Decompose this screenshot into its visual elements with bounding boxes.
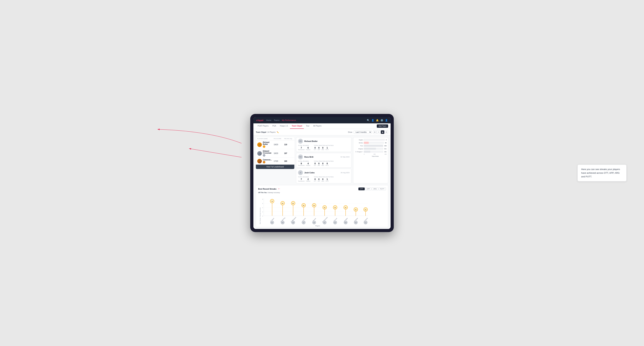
tournament-label: Tournament bbox=[298, 149, 304, 150]
bar-value-pars: 499 bbox=[384, 145, 386, 147]
putt-label: PUTT bbox=[326, 149, 329, 150]
settings-icon[interactable]: ⚙️ bbox=[380, 119, 383, 122]
tab-team-clippd[interactable]: Team Clippd bbox=[290, 123, 304, 129]
card-avatar: JC bbox=[298, 170, 303, 175]
bell-icon[interactable]: 🔔 bbox=[376, 119, 379, 122]
svg-text:RB: RB bbox=[355, 222, 357, 223]
practice-activities-group: Total Practice Activities 0 OTT 0 APP bbox=[314, 145, 334, 150]
edit-icon[interactable]: ✏️ bbox=[277, 131, 279, 133]
tournament-val: 7 bbox=[301, 178, 302, 180]
svg-text:5x: 5x bbox=[314, 205, 315, 206]
practice-val: 6 bbox=[308, 147, 309, 149]
tournament-label: Tournament bbox=[298, 180, 304, 182]
app-val: 0 bbox=[318, 147, 320, 149]
practice-activities-group: Total Practice Activities 0 OTT 0 APP bbox=[314, 176, 334, 182]
card-header: RB Rees Britt 02 Sep 2023 bbox=[298, 155, 350, 159]
table-row[interactable]: CM Cameron... 3 17/20 103 bbox=[256, 158, 294, 165]
search-icon[interactable]: 🔍 bbox=[367, 119, 370, 122]
app-val: 0 bbox=[318, 162, 320, 165]
player-card[interactable]: JC Josh Coles 26 Aug 2023 Total Rounds 7 bbox=[296, 169, 352, 183]
bar-fill bbox=[364, 151, 370, 153]
bar-track bbox=[364, 151, 383, 153]
filter-putt-btn[interactable]: PUTT bbox=[379, 187, 386, 190]
period-select[interactable]: Last 3 months Last 6 months Last 12 mont… bbox=[354, 131, 372, 134]
tab-pgat-players[interactable]: PGAT Players bbox=[256, 123, 270, 129]
pb-avg: 110 bbox=[284, 144, 293, 146]
filter-arg-btn[interactable]: ARG bbox=[372, 187, 378, 190]
bar-axis: 0 200 400 bbox=[355, 154, 386, 155]
rounds-sub-row: 7 Tournament 6 Practice bbox=[298, 147, 310, 150]
card-date: 26 Aug 2023 bbox=[340, 172, 350, 173]
svg-text:3x: 3x bbox=[355, 209, 357, 211]
putt-col: 1 PUTT bbox=[326, 178, 329, 182]
svg-text:4: 4 bbox=[262, 207, 263, 208]
activities-sub-row: 0 OTT 0 APP 0 ARG bbox=[314, 178, 334, 182]
list-view-btn[interactable]: ≡ bbox=[377, 130, 380, 134]
rounds-sub-row: 8 Tournament 4 Practice bbox=[298, 162, 310, 166]
nav-teams[interactable]: Teams bbox=[274, 119, 280, 122]
player-card[interactable]: RB Rees Britt 02 Sep 2023 Total Rounds 8 bbox=[296, 153, 352, 168]
putt-col: 0 PUTT bbox=[326, 162, 329, 166]
player-name: Cameron... bbox=[263, 159, 272, 161]
view-leaderboard-button[interactable]: View Full Leaderboard bbox=[256, 165, 294, 169]
total-rounds-group: Total Rounds 7 Tournament 2 Practice bbox=[298, 176, 310, 182]
player-card[interactable]: RB Richard Butler Total Rounds 7 Tournam… bbox=[296, 137, 352, 152]
filter-ott-btn[interactable]: OTT bbox=[358, 187, 365, 190]
tablet-frame: clippd Home Teams My Performance 🔍 👤 🔔 ⚙… bbox=[250, 114, 394, 232]
player-name: Richard Butler bbox=[263, 141, 274, 145]
practice-col: 4 Practice bbox=[306, 162, 310, 166]
nav-my-performance[interactable]: My Performance bbox=[282, 119, 296, 122]
tab-hcaps[interactable]: Hcaps 1-5 bbox=[278, 123, 290, 129]
table-view-btn[interactable]: ⊟ bbox=[385, 130, 388, 134]
table-row[interactable]: RB Richard Butler 1 19/20 110 bbox=[256, 140, 294, 149]
tab-pga[interactable]: PGA bbox=[270, 123, 278, 129]
tournament-col: 8 Tournament bbox=[298, 162, 304, 166]
add-team-button[interactable]: Add Team bbox=[377, 124, 388, 128]
svg-text:4x: 4x bbox=[334, 207, 336, 208]
avatar-icon[interactable]: 👤 bbox=[385, 119, 388, 122]
tab-bar: PGAT Players PGA Hcaps 1-5 Team Clippd T… bbox=[254, 123, 390, 129]
card-date: 02 Sep 2023 bbox=[340, 156, 350, 158]
user-icon[interactable]: 👤 bbox=[371, 119, 374, 122]
activities-sub-row: 0 OTT 0 APP 0 ARG bbox=[314, 147, 334, 150]
axis-200: 200 bbox=[374, 154, 376, 155]
arg-col: 0 ARG bbox=[322, 178, 324, 182]
bar-label-pars: Pars bbox=[355, 145, 363, 147]
ott-label: OTT bbox=[314, 149, 316, 150]
bar-value-dbogeys: 131 bbox=[384, 151, 386, 153]
bar-row-dbogeys: D. Bogeys + 131 bbox=[355, 151, 386, 153]
bar-track bbox=[364, 142, 384, 144]
bar-label-eagles: Eagles bbox=[355, 139, 363, 141]
nav-home[interactable]: Home bbox=[266, 119, 271, 122]
tournament-val: 7 bbox=[301, 147, 302, 149]
total-rounds-group: Total Rounds 8 Tournament 4 Practice bbox=[298, 161, 310, 166]
svg-text:JC: JC bbox=[303, 222, 304, 223]
app-col: 0 APP bbox=[318, 178, 320, 182]
player-name-col: Richard Butler 1 bbox=[263, 141, 274, 148]
card-avatar: RB bbox=[298, 139, 303, 144]
putt-val: 1 bbox=[326, 178, 328, 180]
arg-label: ARG bbox=[322, 149, 324, 150]
app-label: APP bbox=[318, 149, 320, 150]
bar-track bbox=[364, 148, 383, 150]
arg-val: 0 bbox=[322, 147, 324, 149]
bar-value-eagles: 3 bbox=[386, 139, 386, 141]
ott-label: OTT bbox=[314, 180, 316, 182]
card-view-btn[interactable]: ▦ bbox=[381, 130, 384, 134]
team-controls: Show Last 3 months Last 6 months Last 12… bbox=[348, 130, 388, 134]
bar-axis-label: Total Shots bbox=[355, 156, 386, 157]
arg-val: 0 bbox=[322, 178, 324, 180]
arg-col: 0 ARG bbox=[322, 147, 324, 150]
svg-text:Players: Players bbox=[315, 225, 320, 227]
tab-tour[interactable]: Tour bbox=[304, 123, 311, 129]
arg-col: 0 ARG bbox=[322, 162, 324, 166]
table-row[interactable]: EC Edward Crossman 2 18/20 107 bbox=[256, 149, 294, 158]
bar-value-bogeys: 311 bbox=[384, 148, 386, 150]
tab-all-players[interactable]: All Players bbox=[312, 123, 323, 129]
grid-view-btn[interactable]: ⊞ bbox=[373, 130, 376, 134]
filter-app-btn[interactable]: APP bbox=[365, 187, 371, 190]
activities-sub-row: 0 OTT 0 APP 0 ARG bbox=[314, 162, 334, 166]
axis-400: 400 bbox=[384, 154, 386, 155]
streaks-title: Best Round Streaks ← bbox=[258, 187, 281, 191]
rank-badge: 2 bbox=[263, 154, 265, 157]
